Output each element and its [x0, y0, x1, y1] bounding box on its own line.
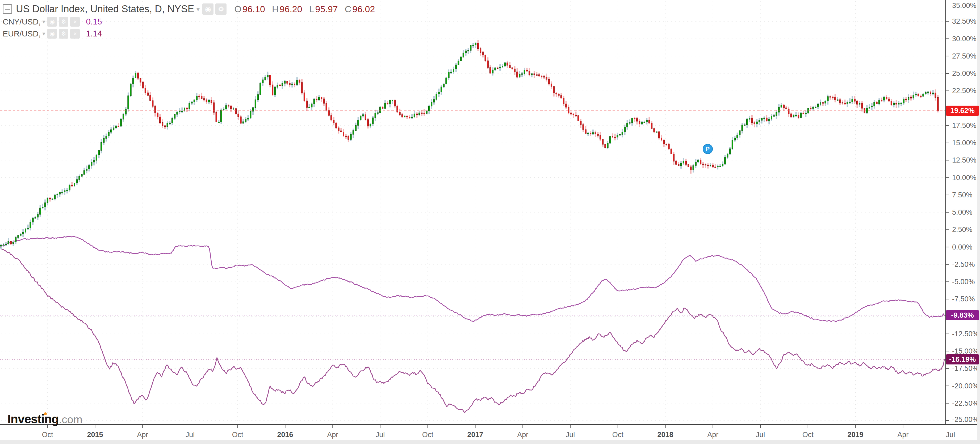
chevron-down-icon[interactable]: ▾	[42, 30, 45, 37]
vertical-scrollbar[interactable]	[977, 0, 980, 440]
svg-text:10.00%: 10.00%	[952, 174, 977, 182]
svg-text:Apr: Apr	[897, 431, 908, 439]
svg-text:Oct: Oct	[232, 431, 243, 439]
svg-text:-2.50%: -2.50%	[952, 260, 975, 268]
svg-text:2018: 2018	[657, 431, 673, 439]
collapse-legend-icon[interactable]	[3, 4, 12, 14]
close-icon[interactable]: ×	[70, 17, 80, 27]
svg-text:Apr: Apr	[517, 431, 528, 439]
main-symbol-legend[interactable]: US Dollar Index, United States, D, NYSE …	[3, 3, 382, 15]
svg-text:2.50%: 2.50%	[952, 225, 972, 233]
event-marker-p[interactable]: P	[703, 144, 713, 154]
svg-text:Jul: Jul	[946, 431, 955, 439]
close-icon[interactable]: ×	[70, 29, 80, 38]
gear-icon[interactable]: ⚙	[215, 3, 226, 14]
svg-text:2019: 2019	[847, 431, 863, 439]
overlay-symbol[interactable]: CNY/USD,	[3, 17, 41, 26]
svg-text:Jul: Jul	[186, 431, 195, 439]
svg-text:-20.00%: -20.00%	[952, 382, 979, 390]
svg-text:Jul: Jul	[375, 431, 385, 439]
svg-text:35.00%: 35.00%	[952, 2, 977, 10]
overlay-legend-eurusd[interactable]: EUR/USD, ▾ ◉ ⚙ × 1.14	[3, 29, 102, 39]
chevron-down-icon[interactable]: ▾	[42, 18, 45, 25]
svg-text:0.00%: 0.00%	[952, 243, 972, 251]
svg-text:22.50%: 22.50%	[952, 87, 977, 95]
svg-text:2015: 2015	[87, 431, 103, 439]
svg-text:5.00%: 5.00%	[952, 208, 972, 216]
chart-window: 35.00%32.50%30.00%27.50%25.00%22.50%20.0…	[0, 0, 980, 444]
svg-text:-22.50%: -22.50%	[952, 399, 979, 407]
logo-tld-text: .com	[59, 414, 83, 426]
visibility-icon[interactable]: ◉	[47, 29, 57, 38]
svg-text:17.50%: 17.50%	[952, 121, 977, 129]
last-price-tag-eur: -16.19%	[946, 355, 979, 364]
svg-text:-15.00%: -15.00%	[952, 347, 979, 355]
high-label: H	[272, 4, 278, 14]
svg-text:-17.50%: -17.50%	[952, 364, 979, 372]
open-value: 96.10	[242, 4, 265, 14]
high-value: 96.20	[280, 4, 302, 14]
overlay-legend-cnyusd[interactable]: CNY/USD, ▾ ◉ ⚙ × 0.15	[3, 16, 102, 27]
logo-brand-text: Investing	[8, 412, 59, 426]
horizontal-scrollbar[interactable]	[0, 440, 980, 444]
svg-text:Oct: Oct	[42, 431, 53, 439]
svg-text:-12.50%: -12.50%	[952, 330, 979, 338]
low-value: 95.97	[315, 4, 338, 14]
last-price-tag-cny: -9.83%	[946, 310, 979, 320]
svg-text:12.50%: 12.50%	[952, 156, 977, 164]
open-label: O	[234, 4, 241, 14]
visibility-icon[interactable]: ◉	[202, 3, 213, 14]
svg-text:Jul: Jul	[566, 431, 575, 439]
logo-orange-dot-icon	[44, 412, 47, 415]
last-price-tag-dxy: 19.62%	[946, 105, 979, 116]
svg-text:Apr: Apr	[137, 431, 148, 439]
svg-text:Apr: Apr	[327, 431, 338, 439]
close-value: 96.02	[352, 4, 375, 14]
svg-text:27.50%: 27.50%	[952, 52, 977, 60]
svg-text:7.50%: 7.50%	[952, 191, 972, 199]
chevron-down-icon[interactable]: ▾	[196, 5, 200, 13]
svg-text:30.00%: 30.00%	[952, 35, 977, 43]
symbol-title[interactable]: US Dollar Index, United States, D, NYSE	[16, 3, 194, 14]
svg-text:Oct: Oct	[802, 431, 814, 439]
svg-text:2016: 2016	[277, 431, 293, 439]
price-chart-canvas[interactable]: 35.00%32.50%30.00%27.50%25.00%22.50%20.0…	[0, 0, 980, 444]
gear-icon[interactable]: ⚙	[59, 29, 68, 38]
overlay-symbol[interactable]: EUR/USD,	[3, 29, 41, 38]
gear-icon[interactable]: ⚙	[59, 17, 68, 27]
svg-text:15.00%: 15.00%	[952, 139, 977, 147]
svg-text:-7.50%: -7.50%	[952, 295, 975, 303]
overlay-last-value: 1.14	[86, 29, 102, 38]
svg-text:-25.00%: -25.00%	[952, 415, 979, 423]
visibility-icon[interactable]: ◉	[47, 17, 57, 27]
investing-com-logo: Investing.com	[8, 412, 83, 426]
svg-text:Apr: Apr	[707, 431, 718, 439]
svg-text:32.50%: 32.50%	[952, 17, 977, 25]
ohlc-readout: O96.10 H96.20 L95.97 C96.02	[234, 4, 382, 14]
svg-text:2017: 2017	[467, 431, 483, 439]
overlay-last-value: 0.15	[86, 17, 102, 27]
svg-text:Oct: Oct	[422, 431, 434, 439]
svg-text:Jul: Jul	[756, 431, 765, 439]
svg-text:-5.00%: -5.00%	[952, 278, 975, 286]
svg-text:Oct: Oct	[612, 431, 624, 439]
svg-text:25.00%: 25.00%	[952, 69, 977, 77]
low-label: L	[309, 4, 314, 14]
close-label: C	[345, 4, 352, 14]
